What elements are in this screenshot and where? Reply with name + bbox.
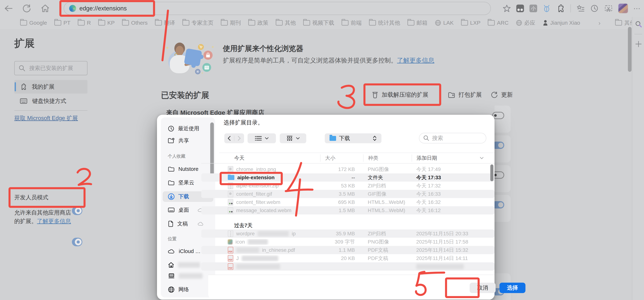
cancel-button[interactable]: 取消	[470, 283, 496, 293]
group-view-icon	[286, 135, 293, 141]
bookmark-folder-policy[interactable]: 政策	[248, 19, 268, 27]
folder-icon	[155, 20, 162, 25]
folder-icon	[248, 20, 255, 25]
more-menu-icon[interactable]: ⋯	[634, 4, 641, 12]
file-row-partial[interactable]	[201, 262, 494, 271]
column-header-size: 大小	[320, 154, 363, 162]
file-row[interactable]: J 20 KBPDF文稿2025年11月14日 14:11	[201, 254, 494, 262]
learn-more-link[interactable]: 了解更多信息	[37, 218, 71, 224]
laptop-icon	[168, 273, 175, 279]
location-dropdown[interactable]: 下载	[325, 133, 382, 143]
file-row[interactable]: in_chinese.pdf 1.1 MBPDF文稿2025年11月14日 15…	[201, 246, 494, 254]
edge-logo-icon	[69, 5, 76, 12]
extension-icon-dark[interactable]	[516, 4, 524, 12]
profile-avatar[interactable]	[618, 4, 628, 13]
history-icon[interactable]	[590, 4, 599, 13]
extensions-search-input[interactable]	[29, 65, 84, 71]
file-row[interactable]: message_located.webm 1.5 MBHTML5...WebM)…	[201, 206, 494, 214]
load-unpacked-button[interactable]: 加载解压缩的扩展	[372, 90, 428, 100]
bookmark-folder-stats[interactable]: 统计其他	[369, 19, 400, 27]
folder-icon	[342, 20, 348, 25]
load-unpacked-icon	[372, 91, 378, 99]
bookmark-folder-kp[interactable]: KP	[98, 20, 115, 26]
extensions-search-box[interactable]	[14, 61, 88, 75]
folder-icon	[221, 20, 228, 25]
file-row[interactable]: wordpreip 35.9 MBZIP归档2025年11月15日 20:33	[201, 229, 494, 238]
bookmark-folder-lxp[interactable]: LXP	[461, 20, 480, 26]
collections-icon[interactable]	[576, 4, 585, 13]
sidebar-search-icon[interactable]	[635, 21, 642, 28]
bookmark-folder-pt[interactable]: PT	[54, 20, 70, 26]
screenshot-icon[interactable]	[604, 4, 613, 13]
file-row-selected-folder[interactable]: aiple-extension --文件夹今天 17:33	[201, 173, 494, 182]
sidebar-item-shared[interactable]: 共享	[161, 135, 215, 146]
forward-chevron-icon[interactable]	[237, 136, 241, 141]
sidebar-section-locations: 位置	[168, 236, 176, 242]
extensions-puzzle-icon[interactable]	[556, 4, 565, 13]
extension-icon-xiao[interactable]: 小	[530, 4, 537, 12]
hero-learn-more-link[interactable]: 了解更多信息	[397, 57, 434, 64]
column-header-date[interactable]: 添加日期	[412, 154, 494, 162]
folder-icon	[182, 20, 189, 25]
bookmark-folder-r[interactable]: R	[78, 20, 91, 26]
group-by-button[interactable]	[280, 133, 306, 143]
sidebar-item-keyboard-shortcuts[interactable]: 键盘快捷方式	[14, 95, 88, 107]
nav-back-forward-group[interactable]	[224, 133, 244, 143]
bookmark-jianjun[interactable]: Jianjun Xiao	[543, 20, 580, 26]
choose-button[interactable]: 选择	[500, 283, 526, 293]
bookmark-folder-misc[interactable]: 其他	[276, 19, 296, 27]
sidebar-item-network[interactable]: 网络	[161, 284, 215, 295]
table-header-row[interactable]: 今天 大小 种类 添加日期	[201, 153, 494, 163]
pack-extension-button[interactable]: 打包扩展	[448, 90, 482, 100]
bookmark-folder-journal[interactable]: 期刊	[221, 19, 241, 27]
refresh-icon[interactable]	[22, 4, 31, 13]
hero-description: 扩展程序是简单的工具，可自定义浏览器体验并提供更多控制。了解更多信息	[223, 56, 434, 65]
extension-card-sliver	[494, 135, 511, 162]
bookmarks-overflow-chevron[interactable]: ›	[598, 19, 600, 26]
file-row[interactable]: content_filter.gif 3.5 MBGIF图像今天 16:33	[201, 190, 494, 198]
home-icon[interactable]	[40, 4, 50, 13]
file-row[interactable]: icon 309 字节PNG图像2025年11月15日 17:58	[201, 238, 494, 246]
allow-other-stores-toggle[interactable]	[72, 238, 82, 246]
back-chevron-icon[interactable]	[227, 136, 231, 141]
dialog-search-field[interactable]	[419, 133, 486, 144]
page-title: 扩展	[14, 36, 35, 50]
favorite-star-icon[interactable]	[503, 4, 511, 12]
other-favorites-folder[interactable]: 其他收藏夹	[615, 19, 632, 27]
file-row[interactable]: aiple-extension.zip 53 KBZIP归档今天 17:32	[201, 182, 494, 190]
view-list-button[interactable]	[248, 133, 276, 143]
extension-icon-bug[interactable]	[543, 4, 551, 12]
bookmark-folder-frontend[interactable]: 前端	[342, 19, 362, 27]
address-bar[interactable]: edge://extensions	[64, 2, 491, 15]
page-scrollbar[interactable]	[628, 27, 632, 72]
file-table: 今天 大小 种类 添加日期 chrome_intro.png 172 KBPNG…	[201, 153, 494, 275]
bookmark-lak[interactable]: LAK	[435, 20, 454, 26]
column-header-name: 今天	[201, 154, 320, 161]
bookmark-folder-google[interactable]: Google	[20, 20, 47, 26]
file-list-scrollbar[interactable]	[490, 164, 494, 181]
bookmark-folder-video[interactable]: 视频下载	[303, 19, 334, 27]
sidebar-add-icon[interactable]	[635, 41, 642, 47]
sidebar-item-my-extensions[interactable]: 我的扩展	[14, 80, 88, 94]
person-icon	[543, 20, 548, 26]
get-extensions-link[interactable]: 获取 Microsoft Edge 扩展	[14, 114, 78, 122]
file-row[interactable]: content_filter.webm 695 KBHTML5...WebM)今…	[201, 198, 494, 206]
column-header-kind: 种类	[363, 154, 412, 162]
bookmark-folder-translate[interactable]: 翻译	[155, 19, 175, 27]
sidebar-divider	[14, 110, 88, 111]
file-row[interactable]: chrome_intro.png 172 KBPNG图像今天 17:49	[201, 165, 494, 173]
bookmark-bing[interactable]: 必应	[516, 19, 535, 27]
back-icon[interactable]	[4, 4, 13, 12]
bookmark-folder-mail[interactable]: 邮箱	[408, 19, 428, 27]
update-button[interactable]: 更新	[491, 90, 513, 100]
dialog-search-input[interactable]	[432, 135, 476, 142]
bookmark-folder-arc[interactable]: ARC	[488, 20, 508, 26]
url-text[interactable]: edge://extensions	[80, 5, 127, 12]
bookmark-folder-others[interactable]: Others	[122, 20, 148, 26]
bookmark-folder-expert[interactable]: 专家主页	[182, 19, 214, 27]
folder-icon	[461, 20, 468, 25]
folder-icon	[303, 20, 310, 25]
sidebar-item-label: 我的扩展	[32, 83, 54, 91]
globe-icon	[516, 20, 522, 26]
sidebar-item-recents[interactable]: 最近使用	[161, 123, 215, 134]
